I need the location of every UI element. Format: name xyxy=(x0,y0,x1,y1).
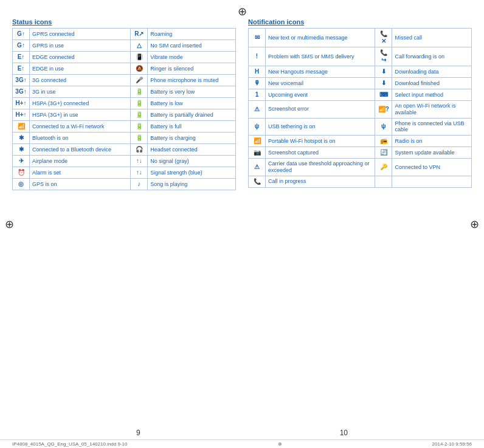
status-table-row: G↑ GPRS in use △ No SIM card inserted xyxy=(13,40,236,52)
status-label-8: Connected to a Wi-Fi network xyxy=(30,121,131,133)
notif-table-row: H New Hangouts message ⬇ Downloading dat… xyxy=(249,66,472,78)
status-label2-1: No SIM card inserted xyxy=(148,40,236,52)
status-label2-6: Battery is low xyxy=(148,98,236,109)
status-label2-3: Ringer is silenced xyxy=(148,63,236,75)
footer: IP4808_4015A_QG_Eng_USA_05_140210.indd 9… xyxy=(0,439,484,448)
page-number-right: 10 xyxy=(340,429,348,437)
notif-table-row: ⚠ Carrier data use threshold approaching… xyxy=(249,159,472,176)
content-area: Status icons G↑ GPRS connected R↗ Roamin… xyxy=(0,0,484,426)
status-table-row: 3G↑ 3G in use 🔋 Battery is very low xyxy=(13,86,236,98)
notif-label-0: New text or multimedia message xyxy=(266,29,375,47)
status-label-11: Airplane mode xyxy=(30,156,131,167)
notif-label2-7: Radio is on xyxy=(392,136,472,147)
status-label2-8: Battery is full xyxy=(148,121,236,133)
notif-icon-1: ! xyxy=(249,47,266,66)
notif-icon2-1: 📞↪ xyxy=(375,47,392,66)
status-icon2-10: 🎧 xyxy=(131,144,148,156)
status-icons-panel: Status icons G↑ GPRS connected R↗ Roamin… xyxy=(12,18,236,420)
status-label-1: GPRS in use xyxy=(30,40,131,52)
page-number-left: 9 xyxy=(136,429,140,437)
status-label-3: EDGE in use xyxy=(30,63,131,75)
status-icon2-4: 🎤 xyxy=(131,75,148,86)
status-label2-11: No signal (gray) xyxy=(148,156,236,167)
status-label2-12: Signal strength (blue) xyxy=(148,167,236,179)
notif-icon2-3: ⬇ xyxy=(375,78,392,89)
status-icon-1: G↑ xyxy=(13,40,30,52)
status-label-7: HSPA (3G+) in use xyxy=(30,109,131,121)
status-label2-10: Headset connected xyxy=(148,144,236,156)
notif-icon2-2: ⬇ xyxy=(375,66,392,78)
status-label2-0: Roaming xyxy=(148,29,236,40)
notif-icon-7: 📶 xyxy=(249,136,266,147)
notif-label2-5: An open Wi-Fi network is available xyxy=(392,101,472,119)
notif-label2-3: Download finished xyxy=(392,78,472,89)
page: ⊕ ⊕ ⊕ Status icons G↑ GPRS connected R↗ … xyxy=(0,0,484,448)
notif-icon-6: ψ xyxy=(249,118,266,136)
notif-label-7: Portable Wi-Fi hotspot is on xyxy=(266,136,375,147)
notif-label-1: Problem with SMS or MMS delivery xyxy=(266,47,375,66)
status-icon-7: H+↑ xyxy=(13,109,30,121)
status-icon2-1: △ xyxy=(131,40,148,52)
status-table-row: ◎ GPS is on ♪ Song is playing xyxy=(13,179,236,190)
status-label-5: 3G in use xyxy=(30,86,131,98)
notif-label2-0: Missed call xyxy=(392,29,472,47)
status-table-row: G↑ GPRS connected R↗ Roaming xyxy=(13,29,236,40)
notif-icon-10: 📞 xyxy=(249,176,266,187)
notif-label-4: Upcoming event xyxy=(266,89,375,101)
status-icon2-12: ↑↓ xyxy=(131,167,148,179)
status-label-10: Connected to a Bluetooth device xyxy=(30,144,131,156)
notif-table-row: 1 Upcoming event ⌨ Select input method xyxy=(249,89,472,101)
notif-label2-2: Downloading data xyxy=(392,66,472,78)
status-label2-2: Vibrate mode xyxy=(148,52,236,63)
status-icon-3: E↑ xyxy=(13,63,30,75)
notif-table-row: ψ USB tethering is on ψ Phone is connect… xyxy=(249,118,472,136)
footer-left: IP4808_4015A_QG_Eng_USA_05_140210.indd 9… xyxy=(12,441,128,447)
status-icon2-2: 📳 xyxy=(131,52,148,63)
status-icon-8: 📶 xyxy=(13,121,30,133)
footer-right: 2014-2-10 9:59:56 xyxy=(432,441,472,447)
notif-table-row: ⚠ Screenshot error 📶? An open Wi-Fi netw… xyxy=(249,101,472,119)
notif-icon2-4: ⌨ xyxy=(375,89,392,101)
status-table-row: ⏰ Alarm is set ↑↓ Signal strength (blue) xyxy=(13,167,236,179)
notif-table-row: 🎙 New voicemail ⬇ Download finished xyxy=(249,78,472,89)
status-icon-0: G↑ xyxy=(13,29,30,40)
notif-label-8: Screenshot captured xyxy=(266,147,375,159)
notif-label-5: Screenshot error xyxy=(266,101,375,119)
notif-icon2-5: 📶? xyxy=(375,101,392,119)
status-label-4: 3G connected xyxy=(30,75,131,86)
status-icon-4: 3G↑ xyxy=(13,75,30,86)
notif-label-9: Carrier data use threshold approaching o… xyxy=(266,159,375,176)
notif-label2-4: Select input method xyxy=(392,89,472,101)
status-icon2-8: 🔋 xyxy=(131,121,148,133)
notif-icon2-10 xyxy=(375,176,392,187)
notif-icon-2: H xyxy=(249,66,266,78)
notif-label2-8: System update available xyxy=(392,147,472,159)
status-label-0: GPRS connected xyxy=(30,29,131,40)
notif-icon-8: 📷 xyxy=(249,147,266,159)
status-icon-12: ⏰ xyxy=(13,167,30,179)
status-icon2-9: 🔋 xyxy=(131,133,148,144)
status-label2-7: Battery is partially drained xyxy=(148,109,236,121)
notif-label2-6: Phone is connected via USB cable xyxy=(392,118,472,136)
notif-label2-10 xyxy=(392,176,472,187)
status-table-row: 3G↑ 3G connected 🎤 Phone microphone is m… xyxy=(13,75,236,86)
status-label2-13: Song is playing xyxy=(148,179,236,190)
notif-icon-4: 1 xyxy=(249,89,266,101)
compass-top-icon: ⊕ xyxy=(238,5,247,18)
notif-label-10: Call in progress xyxy=(266,176,375,187)
status-table-row: E↑ EDGE in use 🔕 Ringer is silenced xyxy=(13,63,236,75)
notif-label2-1: Call forwarding is on xyxy=(392,47,472,66)
status-label-2: EDGE connected xyxy=(30,52,131,63)
notif-icon2-7: 📻 xyxy=(375,136,392,147)
notif-icon2-8: 🔄 xyxy=(375,147,392,159)
status-label-12: Alarm is set xyxy=(30,167,131,179)
status-icons-title: Status icons xyxy=(12,18,236,26)
status-icon-11: ✈ xyxy=(13,156,30,167)
notif-icon-0: ✉ xyxy=(249,29,266,47)
status-icon2-5: 🔋 xyxy=(131,86,148,98)
status-label-6: HSPA (3G+) connected xyxy=(30,98,131,109)
status-table-row: ✱ Connected to a Bluetooth device 🎧 Head… xyxy=(13,144,236,156)
notif-icon-3: 🎙 xyxy=(249,78,266,89)
status-icons-table: G↑ GPRS connected R↗ Roaming G↑ GPRS in … xyxy=(12,28,236,190)
status-table-row: 📶 Connected to a Wi-Fi network 🔋 Battery… xyxy=(13,121,236,133)
